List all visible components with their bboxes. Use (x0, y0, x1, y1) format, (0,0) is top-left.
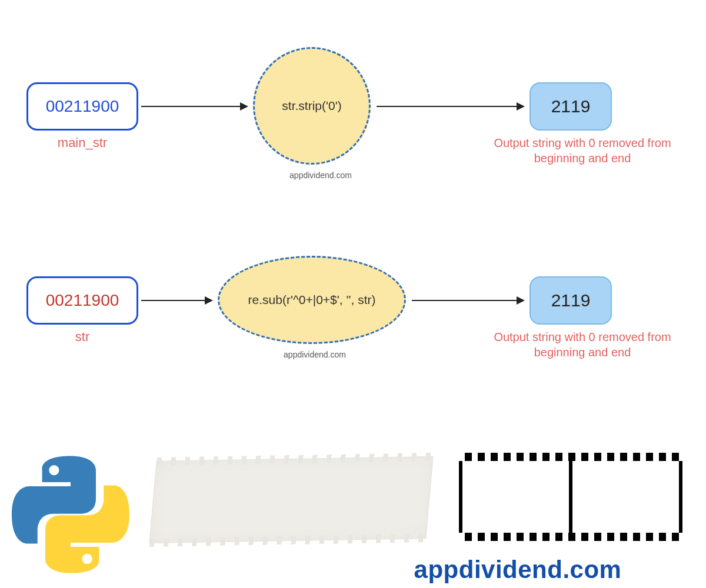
tape-icon (149, 456, 433, 543)
operation-node: str.strip('0') (253, 47, 371, 165)
diagram-row-regex: 00211900 str re.sub(r'^0+|0+$', '', str)… (0, 270, 706, 447)
input-label: main_str (26, 135, 138, 151)
arrow-icon (141, 300, 212, 301)
input-box: 00211900 (26, 276, 138, 325)
operation-caption: appdividend.com (235, 350, 394, 359)
operation-text: str.strip('0') (282, 99, 341, 113)
arrow-icon (141, 106, 247, 107)
operation-text: re.sub(r'^0+|0+$', '', str) (248, 293, 376, 307)
input-box: 00211900 (26, 82, 138, 131)
python-logo-icon (12, 453, 129, 576)
input-label: str (26, 329, 138, 345)
output-box: 2119 (530, 82, 612, 131)
operation-node: re.sub(r'^0+|0+$', '', str) (218, 256, 406, 344)
output-label: Output string with 0 removed from beginn… (488, 135, 677, 166)
arrow-icon (377, 106, 524, 107)
output-label: Output string with 0 removed from beginn… (488, 329, 677, 360)
operation-caption: appdividend.com (253, 171, 388, 180)
brand-text: appdividend.com (341, 556, 694, 584)
film-strip-icon (459, 453, 682, 541)
output-box: 2119 (530, 276, 612, 325)
arrow-icon (412, 300, 524, 301)
diagram-row-strip: 00211900 main_str str.strip('0') appdivi… (0, 76, 706, 253)
